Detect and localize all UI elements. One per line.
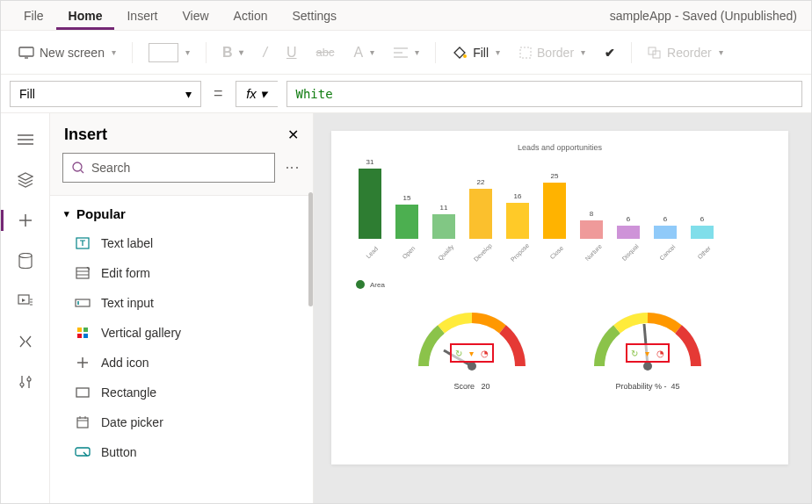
chevron-down-icon: ▾: [260, 86, 267, 102]
insert-item-button[interactable]: Button: [50, 437, 313, 467]
bar-column: 22Develop: [467, 178, 495, 261]
insert-item-rectangle[interactable]: Rectangle: [50, 378, 313, 407]
rail-hamburger[interactable]: [8, 122, 43, 157]
property-name: Fill: [19, 87, 35, 101]
bar-chart: 31Lead15Open11Qualify22Develop16Propose2…: [356, 164, 772, 261]
chevron-down-icon: ▾: [185, 87, 192, 101]
rail-data[interactable]: [8, 243, 43, 278]
fx-button[interactable]: fx▾: [236, 81, 278, 107]
chevron-down-icon: ▾: [415, 47, 419, 57]
rail-media[interactable]: [8, 284, 43, 319]
separator: [132, 42, 133, 63]
item-label: Edit form: [101, 266, 150, 280]
gallery-icon: [75, 325, 91, 341]
svg-rect-28: [77, 334, 82, 338]
canvas-area[interactable]: Leads and opportunities 31Lead15Open11Qu…: [314, 113, 811, 503]
hamburger-icon: [18, 133, 33, 146]
bar-column: 6Disqual: [614, 215, 642, 261]
database-icon: [18, 253, 33, 269]
text-label-icon: [75, 235, 91, 251]
bold-button[interactable]: B▾: [214, 40, 253, 66]
bucket-icon: [452, 46, 468, 60]
item-label: Text label: [101, 236, 153, 250]
svg-rect-37: [76, 448, 90, 456]
screen-icon: [18, 47, 34, 59]
font-color-button[interactable]: A▾: [344, 40, 383, 66]
separator: [206, 42, 207, 63]
chevron-down-icon: ▾: [185, 47, 190, 57]
separator: [435, 42, 436, 63]
formula-bar: Fill ▾ = fx▾ White: [1, 75, 811, 113]
menu-file[interactable]: File: [11, 2, 56, 30]
gauge-score: ↻ ▾ ◔ Score 20: [410, 305, 533, 391]
insert-item-text-label[interactable]: Text label: [50, 228, 313, 258]
reorder-button[interactable]: Reorder ▾: [639, 40, 732, 65]
svg-line-19: [81, 170, 83, 173]
menu-view[interactable]: View: [170, 2, 221, 30]
tools-icon: [18, 374, 33, 390]
chart-icon[interactable]: ◔: [481, 349, 489, 358]
button-icon: [75, 444, 91, 460]
category-popular[interactable]: ▾ Popular: [50, 196, 313, 228]
gauge-probability-label: Probability % - 45: [615, 382, 679, 391]
svg-rect-21: [76, 268, 89, 278]
italic-button[interactable]: /: [254, 40, 275, 66]
search-icon: [72, 162, 84, 174]
refresh-icon[interactable]: ↻: [631, 349, 638, 358]
rail-variables[interactable]: [8, 324, 43, 359]
new-screen-button[interactable]: New screen ▾: [10, 40, 125, 65]
chevron-down-icon: ▾: [239, 47, 243, 57]
border-button[interactable]: Border ▾: [511, 40, 594, 65]
chevron-down-icon: ▾: [496, 47, 500, 57]
menu-action[interactable]: Action: [221, 2, 280, 30]
text-input-icon: [75, 295, 91, 311]
insert-pane: Insert ✕ Search ⋮ ▾ Popular Text label E…: [50, 113, 314, 503]
more-options-button[interactable]: ⋮: [284, 161, 301, 176]
chart-icon[interactable]: ◔: [656, 349, 664, 358]
menu-settings[interactable]: Settings: [280, 2, 350, 30]
property-dropdown[interactable]: Fill ▾: [10, 81, 201, 107]
insert-item-edit-form[interactable]: Edit form: [50, 258, 313, 288]
fill-label: Fill: [473, 46, 489, 60]
theme-swatch[interactable]: ▾: [140, 38, 199, 68]
item-label: Text input: [101, 296, 154, 310]
chevron-down-icon: ▾: [64, 208, 69, 220]
bar-column: 25Close: [540, 172, 569, 261]
align-icon: [394, 47, 408, 58]
refresh-icon[interactable]: ↻: [455, 349, 462, 358]
insert-search-input[interactable]: Search: [62, 153, 275, 183]
app-canvas[interactable]: Leads and opportunities 31Lead15Open11Qu…: [331, 131, 788, 464]
formula-input[interactable]: White: [286, 81, 802, 107]
gauge-toolbar-highlight: ↻ ▾ ◔: [626, 343, 670, 363]
strike-button[interactable]: abc: [308, 40, 344, 64]
insert-item-vertical-gallery[interactable]: Vertical gallery: [50, 318, 313, 348]
menu-home[interactable]: Home: [56, 2, 115, 30]
left-rail: [1, 113, 50, 503]
filter-icon[interactable]: ▾: [469, 349, 474, 358]
scrollbar[interactable]: [308, 195, 313, 306]
fill-button[interactable]: Fill ▾: [443, 40, 509, 65]
insert-item-text-input[interactable]: Text input: [50, 288, 313, 318]
collapse-button[interactable]: ✔: [596, 40, 624, 65]
align-button[interactable]: ▾: [385, 42, 428, 63]
bar-column: 16Propose: [504, 192, 532, 261]
separator: [631, 42, 632, 63]
equals-sign: =: [210, 84, 227, 103]
close-pane-button[interactable]: ✕: [287, 126, 299, 143]
insert-item-date-picker[interactable]: Date picker: [50, 407, 313, 437]
menu-insert[interactable]: Insert: [114, 2, 170, 30]
bar-column: 11Qualify: [430, 204, 458, 261]
underline-button[interactable]: U: [278, 40, 306, 66]
calendar-icon: [75, 414, 91, 430]
legend-swatch: [356, 280, 365, 289]
insert-item-add-icon[interactable]: Add icon: [50, 348, 313, 378]
rail-tree-view[interactable]: [8, 162, 43, 198]
layers-icon: [18, 172, 33, 188]
rail-insert[interactable]: [8, 203, 43, 238]
gauge-score-label: Score 20: [453, 382, 489, 391]
chevron-down-icon: ▾: [370, 47, 374, 57]
rail-advanced[interactable]: [8, 364, 43, 400]
filter-icon[interactable]: ▾: [645, 349, 649, 358]
gauge-score-visual: ↻ ▾ ◔: [410, 305, 533, 375]
item-label: Add icon: [101, 356, 149, 370]
